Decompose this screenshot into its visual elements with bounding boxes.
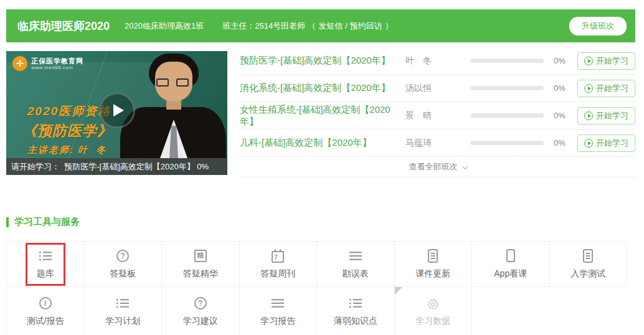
class-name: 2020临床助理高效1班 bbox=[125, 21, 204, 32]
tool-study-plan[interactable]: 学习计划 bbox=[85, 287, 163, 335]
course-row: 消化系统-[基础]高效定制【2020年】 汤以恒 0% 开始学习 bbox=[240, 75, 635, 102]
brand-url: www.med66.com bbox=[31, 65, 83, 70]
question-circle-icon: ? bbox=[116, 249, 129, 263]
tool-study-data[interactable]: ◎ 学习数据 bbox=[395, 287, 473, 335]
video-slogan-line3: 主讲老师: 叶 冬 bbox=[27, 144, 107, 156]
tool-weak-points[interactable]: 薄弱知识点 bbox=[317, 287, 395, 335]
tool-label: App看课 bbox=[494, 268, 527, 280]
tool-app-viewing[interactable]: App看课 bbox=[472, 242, 550, 287]
presenter-glasses bbox=[156, 78, 169, 87]
jing-square-icon: 精 bbox=[194, 249, 207, 263]
play-circle-icon bbox=[584, 111, 593, 120]
tool-label: 学习数据 bbox=[415, 316, 450, 327]
upgrade-class-button[interactable]: 升级班次 bbox=[569, 17, 627, 35]
dotted-list-icon bbox=[39, 249, 52, 263]
main-section: ✛ 正保医学教育网 www.med66.com 2020医师资格 《预防医学》 … bbox=[6, 51, 635, 177]
menu-lines-icon bbox=[349, 249, 362, 263]
tool-study-report[interactable]: 学习报告 bbox=[240, 287, 318, 335]
brand-logo-block: ✛ 正保医学教育网 www.med66.com bbox=[12, 56, 83, 71]
start-learning-button[interactable]: 开始学习 bbox=[577, 52, 635, 70]
course-name-link[interactable]: 儿科-[基础]高效定制【2020年】 bbox=[240, 137, 405, 149]
tool-label: 学习建议 bbox=[183, 316, 218, 327]
paren-close: ） bbox=[385, 21, 393, 32]
class-header: 临床助理医师2020 2020临床助理高效1班 班主任：2514号田老师 （ 发… bbox=[6, 9, 635, 42]
progress-percent: 0% bbox=[554, 56, 577, 65]
progress-bar bbox=[470, 59, 544, 63]
play-circle-icon bbox=[584, 84, 593, 93]
tool-label: 勘误表 bbox=[343, 268, 369, 280]
course-teacher: 景 晴 bbox=[405, 110, 470, 121]
page-container: 临床助理医师2020 2020临床助理高效1班 班主任：2514号田老师 （ 发… bbox=[6, 9, 635, 335]
course-name-link[interactable]: 预防医学-[基础]高效定制【2020年】 bbox=[240, 55, 405, 67]
progress-bar bbox=[470, 141, 544, 145]
course-row: 女性生殖系统-[基础]高效定制【2020年】 景 晴 0% 开始学习 bbox=[240, 102, 635, 130]
view-all-classes[interactable]: 查看全部班次 bbox=[240, 157, 635, 177]
tools-grid: 题库 ? 答疑板 精 答疑精华 7 答疑周刊 勘误表 课件更新 bbox=[6, 241, 627, 335]
callback-link[interactable]: 预约回访 bbox=[350, 21, 382, 32]
dotted-list-icon bbox=[349, 296, 362, 310]
brand-text: 正保医学教育网 www.med66.com bbox=[31, 57, 83, 70]
start-learning-button[interactable]: 开始学习 bbox=[577, 134, 635, 152]
video-caption: 请开始学习： 预防医学-[基础]高效定制【2020年】 0% bbox=[6, 158, 227, 175]
tool-label: 答疑精华 bbox=[183, 268, 218, 280]
brand-logo-icon: ✛ bbox=[12, 56, 27, 71]
chevron-down-icon bbox=[462, 163, 468, 169]
play-button[interactable] bbox=[99, 92, 135, 128]
play-circle-icon bbox=[584, 57, 593, 65]
presenter-glasses bbox=[176, 78, 189, 87]
progress-percent: 0% bbox=[554, 138, 577, 148]
phone-icon bbox=[506, 249, 515, 263]
video-slogan-line2: 《预防医学》 bbox=[22, 121, 112, 141]
start-learning-label: 开始学习 bbox=[596, 83, 628, 94]
course-video-thumbnail[interactable]: ✛ 正保医学教育网 www.med66.com 2020医师资格 《预防医学》 … bbox=[6, 51, 227, 175]
tool-qa-board[interactable]: ? 答疑板 bbox=[85, 242, 163, 287]
tool-study-advice[interactable]: ? 学习建议 bbox=[162, 287, 240, 335]
teacher-label: 班主任：2514号田老师 bbox=[222, 21, 305, 32]
tool-errata[interactable]: 勘误表 bbox=[317, 242, 395, 287]
course-name-link[interactable]: 女性生殖系统-[基础]高效定制【2020年】 bbox=[240, 104, 405, 128]
brand-name: 正保医学教育网 bbox=[31, 57, 83, 65]
course-name-link[interactable]: 消化系统-[基础]高效定制【2020年】 bbox=[240, 82, 405, 94]
course-teacher: 汤以恒 bbox=[405, 83, 470, 94]
play-circle-icon bbox=[584, 139, 593, 148]
dotted-list-icon bbox=[116, 296, 129, 310]
tool-label: 题库 bbox=[37, 268, 54, 280]
tool-label: 学习计划 bbox=[105, 316, 140, 327]
info-circle-icon: i bbox=[39, 296, 52, 310]
tools-section-label: 学习工具与服务 bbox=[14, 216, 80, 228]
document-icon bbox=[427, 249, 438, 263]
tool-courseware-updates[interactable]: 课件更新 bbox=[395, 242, 473, 287]
progress-percent: 0% bbox=[554, 111, 577, 120]
tool-qa-weekly[interactable]: 7 答疑周刊 bbox=[240, 242, 318, 287]
send-sms-link[interactable]: 发短信 bbox=[318, 21, 343, 32]
course-row: 儿科-[基础]高效定制【2020年】 马蕴琦 0% 开始学习 bbox=[240, 130, 635, 157]
calendar-icon: 7 bbox=[272, 249, 284, 263]
start-learning-label: 开始学习 bbox=[596, 110, 628, 121]
course-row: 预防医学-[基础]高效定制【2020年】 叶 冬 0% 开始学习 bbox=[240, 47, 635, 75]
link-divider: / bbox=[345, 21, 348, 31]
presenter-photo bbox=[119, 54, 226, 158]
course-teacher: 马蕴琦 bbox=[405, 138, 470, 149]
tool-qa-highlights[interactable]: 精 答疑精华 bbox=[162, 242, 240, 287]
menu-lines-icon bbox=[272, 296, 284, 310]
corner-triangle-decoration bbox=[395, 287, 402, 295]
title-accent-bar bbox=[6, 217, 9, 227]
tool-label: 学习报告 bbox=[260, 316, 295, 327]
tool-test-report[interactable]: i 测试/报告 bbox=[7, 287, 85, 335]
page-title: 临床助理医师2020 bbox=[17, 19, 110, 34]
tool-label: 答疑板 bbox=[110, 268, 136, 280]
tool-entrance-test[interactable]: 入学测试 bbox=[550, 242, 628, 287]
progress-bar bbox=[470, 113, 544, 118]
start-learning-button[interactable]: 开始学习 bbox=[577, 107, 635, 125]
tools-section-title: 学习工具与服务 bbox=[6, 216, 635, 228]
start-learning-button[interactable]: 开始学习 bbox=[577, 80, 635, 97]
course-teacher: 叶 冬 bbox=[405, 55, 470, 67]
progress-percent: 0% bbox=[554, 83, 577, 93]
target-icon: ◎ bbox=[428, 296, 438, 310]
progress-bar bbox=[470, 86, 544, 90]
play-icon bbox=[113, 104, 124, 116]
view-all-label: 查看全部班次 bbox=[409, 161, 458, 172]
tool-question-bank[interactable]: 题库 bbox=[7, 242, 85, 287]
tool-label: 测试/报告 bbox=[27, 316, 64, 327]
start-learning-label: 开始学习 bbox=[596, 55, 628, 67]
